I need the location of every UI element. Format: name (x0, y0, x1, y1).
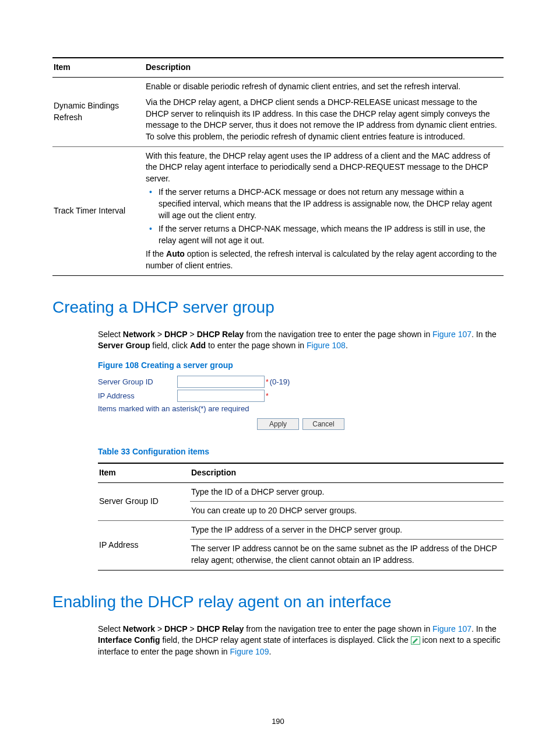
table-header-item: Item (98, 463, 190, 482)
required-marker: * (266, 391, 269, 401)
para: With this feature, the DHCP relay agent … (146, 150, 498, 185)
bullet-item: If the server returns a DHCP-ACK message… (159, 187, 498, 221)
link-figure-109[interactable]: Figure 109 (230, 647, 269, 656)
bullet-list: If the server returns a DHCP-ACK message… (146, 187, 498, 246)
cell-desc: You can create up to 20 DHCP server grou… (190, 502, 504, 521)
para: If the Auto option is selected, the refr… (146, 249, 498, 271)
table-33: Item Description Server Group ID Type th… (98, 463, 504, 570)
cell-item: Server Group ID (98, 482, 190, 520)
link-figure-107[interactable]: Figure 107 (432, 624, 471, 634)
heading-creating-dhcp-server-group: Creating a DHCP server group (52, 296, 504, 318)
cell-desc: Type the IP address of a server in the D… (190, 520, 504, 540)
figure-108-title: Figure 108 Creating a server group (98, 360, 504, 372)
cell-desc: Enable or disable periodic refresh of dy… (145, 77, 504, 146)
page-number: 190 (0, 716, 556, 727)
table-33-title: Table 33 Configuration items (98, 446, 504, 458)
cell-item: Dynamic Bindings Refresh (52, 77, 145, 146)
server-group-form: Server Group ID *(0-19) IP Address * Ite… (98, 376, 504, 430)
link-figure-108[interactable]: Figure 108 (307, 341, 346, 350)
link-figure-107[interactable]: Figure 107 (432, 330, 471, 339)
table-dynamic-bindings: Item Description Dynamic Bindings Refres… (52, 57, 504, 276)
apply-button[interactable]: Apply (257, 418, 299, 430)
cell-desc: With this feature, the DHCP relay agent … (145, 146, 504, 275)
cell-desc: Type the ID of a DHCP server group. (190, 482, 504, 502)
label-server-group-id: Server Group ID (98, 377, 177, 387)
required-marker: * (266, 377, 269, 387)
bullet-item: If the server returns a DHCP-NAK message… (159, 223, 498, 246)
hint-id-range: (0-19) (270, 377, 290, 387)
para-intro-1: Select Network > DHCP > DHCP Relay from … (98, 329, 504, 352)
edit-icon (411, 636, 420, 645)
table-header-desc: Description (145, 58, 504, 77)
para-intro-2: Select Network > DHCP > DHCP Relay from … (98, 624, 504, 658)
required-note: Items marked with an asterisk(*) are req… (98, 404, 504, 414)
cell-desc: The server IP address cannot be on the s… (190, 540, 504, 570)
cell-item: IP Address (98, 520, 190, 570)
para: Via the DHCP relay agent, a DHCP client … (146, 97, 498, 142)
input-ip-address[interactable] (177, 390, 265, 402)
para: Enable or disable periodic refresh of dy… (146, 81, 498, 93)
label-ip-address: IP Address (98, 391, 177, 401)
heading-enabling-dhcp-relay: Enabling the DHCP relay agent on an inte… (52, 590, 504, 613)
table-header-item: Item (52, 58, 145, 77)
table-header-desc: Description (190, 463, 504, 482)
cell-item: Track Timer Interval (52, 146, 145, 275)
input-server-group-id[interactable] (177, 376, 265, 388)
cancel-button[interactable]: Cancel (302, 418, 344, 430)
